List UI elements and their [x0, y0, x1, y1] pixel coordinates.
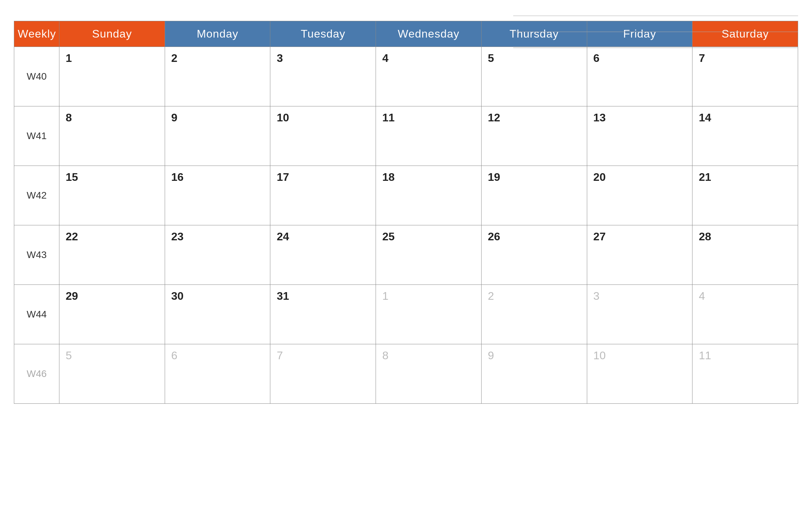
day-cell: 18 [376, 166, 482, 225]
day-cell: 27 [587, 225, 693, 284]
day-cell: 7 [692, 47, 798, 106]
day-number: 12 [488, 111, 500, 124]
week-label: W43 [14, 225, 59, 284]
day-number: 7 [277, 349, 283, 362]
day-cell: 26 [482, 225, 587, 284]
calendar-row: W442930311234 [14, 284, 798, 344]
day-number: 20 [593, 171, 606, 183]
day-number: 7 [699, 52, 705, 64]
day-number: 10 [593, 349, 606, 362]
day-cell: 8 [59, 106, 165, 166]
day-cell: 16 [165, 166, 271, 225]
day-cell: 8 [376, 344, 482, 403]
day-cell: 24 [270, 225, 376, 284]
day-number: 24 [277, 230, 289, 243]
day-number: 5 [488, 52, 494, 64]
day-cell: 15 [59, 166, 165, 225]
day-cell: 9 [482, 344, 587, 403]
day-cell: 13 [587, 106, 693, 166]
note-line-3 [513, 38, 798, 48]
day-number: 28 [699, 230, 711, 243]
day-number: 8 [382, 349, 388, 362]
day-cell: 10 [270, 106, 376, 166]
day-number: 13 [593, 111, 606, 124]
day-cell: 12 [482, 106, 587, 166]
day-cell: 11 [692, 344, 798, 403]
day-cell: 23 [165, 225, 271, 284]
day-cell: 22 [59, 225, 165, 284]
day-number: 17 [277, 171, 289, 183]
day-cell: 3 [270, 47, 376, 106]
header-monday: Monday [165, 21, 271, 47]
day-number: 1 [66, 52, 72, 64]
day-cell: 28 [692, 225, 798, 284]
day-number: 4 [699, 290, 705, 302]
week-label: W40 [14, 47, 59, 106]
day-cell: 10 [587, 344, 693, 403]
day-number: 16 [171, 171, 184, 183]
day-cell: 29 [59, 285, 165, 344]
header-sunday: Sunday [59, 21, 165, 47]
header-wednesday: Wednesday [376, 21, 482, 47]
week-label: W44 [14, 285, 59, 344]
calendar-row: W4322232425262728 [14, 225, 798, 284]
day-number: 11 [699, 349, 711, 362]
day-cell: 2 [165, 47, 271, 106]
calendar-row: W41891011121314 [14, 106, 798, 166]
day-cell: 19 [482, 166, 587, 225]
day-number: 26 [488, 230, 500, 243]
calendar-row: W401234567 [14, 47, 798, 106]
day-cell: 17 [270, 166, 376, 225]
day-number: 2 [171, 52, 178, 64]
day-number: 25 [382, 230, 395, 243]
day-number: 3 [277, 52, 283, 64]
page: Weekly Sunday Monday Tuesday Wednesday T… [0, 0, 812, 530]
day-number: 6 [171, 349, 178, 362]
calendar-row: W4215161718192021 [14, 166, 798, 225]
day-number: 9 [488, 349, 494, 362]
calendar-row: W46567891011 [14, 344, 798, 403]
day-number: 23 [171, 230, 184, 243]
day-cell: 9 [165, 106, 271, 166]
header-tuesday: Tuesday [270, 21, 376, 47]
day-number: 18 [382, 171, 395, 183]
day-number: 5 [66, 349, 72, 362]
day-number: 29 [66, 290, 78, 302]
day-cell: 3 [587, 285, 693, 344]
day-cell: 11 [376, 106, 482, 166]
note-line-1 [513, 6, 798, 16]
header-weekly: Weekly [14, 21, 59, 47]
week-label: W42 [14, 166, 59, 225]
day-cell: 2 [482, 285, 587, 344]
day-number: 1 [382, 290, 388, 302]
day-cell: 21 [692, 166, 798, 225]
day-number: 6 [593, 52, 600, 64]
day-cell: 1 [376, 285, 482, 344]
day-cell: 25 [376, 225, 482, 284]
day-number: 27 [593, 230, 606, 243]
day-number: 21 [699, 171, 711, 183]
week-label: W41 [14, 106, 59, 166]
day-number: 3 [593, 290, 600, 302]
calendar: Weekly Sunday Monday Tuesday Wednesday T… [14, 21, 798, 404]
day-number: 15 [66, 171, 78, 183]
day-cell: 4 [376, 47, 482, 106]
day-cell: 4 [692, 285, 798, 344]
day-number: 11 [382, 111, 395, 124]
day-number: 9 [171, 111, 178, 124]
day-cell: 20 [587, 166, 693, 225]
day-number: 2 [488, 290, 494, 302]
day-cell: 14 [692, 106, 798, 166]
day-number: 19 [488, 171, 500, 183]
day-number: 4 [382, 52, 388, 64]
day-cell: 30 [165, 285, 271, 344]
day-cell: 5 [482, 47, 587, 106]
day-cell: 6 [165, 344, 271, 403]
calendar-body: W401234567W41891011121314W42151617181920… [14, 47, 798, 403]
week-label: W46 [14, 344, 59, 403]
day-number: 8 [66, 111, 72, 124]
day-number: 30 [171, 290, 184, 302]
day-cell: 1 [59, 47, 165, 106]
day-number: 31 [277, 290, 289, 302]
day-cell: 7 [270, 344, 376, 403]
